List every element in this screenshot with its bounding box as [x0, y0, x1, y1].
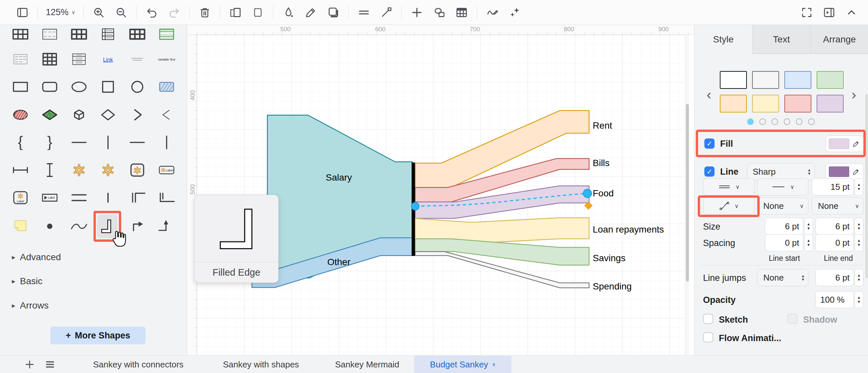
spacing-end-input[interactable]: 0 pt [815, 234, 854, 251]
waypoints-icon[interactable] [379, 5, 394, 20]
shape-ellipse[interactable] [64, 73, 94, 101]
node-label-bills[interactable]: Bills [593, 158, 610, 168]
add-page-icon[interactable] [22, 355, 37, 373]
shape-corner-bottom[interactable] [152, 184, 181, 211]
line-width-stepper[interactable]: ▲▼ [855, 178, 863, 195]
shape-rectangle[interactable] [6, 73, 35, 101]
shape-horizontal-line[interactable] [123, 129, 152, 156]
shape-chevron-left-thin[interactable] [152, 101, 181, 129]
page-tab-budget-sankey[interactable]: Budget Sankey ∨ [414, 355, 512, 373]
line-width-input[interactable]: 15 pt [812, 178, 854, 195]
diagram-canvas[interactable]: 500 600 700 800 900 400 500 [187, 25, 694, 355]
style-preset-gray[interactable] [752, 71, 779, 89]
preset-page-dot-6[interactable] [808, 118, 815, 125]
shape-numbered-table[interactable] [94, 25, 123, 48]
style-presets-prev-icon[interactable]: ‹ [703, 87, 715, 103]
format-panel-toggle-icon[interactable] [822, 5, 836, 20]
style-preset-red[interactable] [784, 95, 811, 112]
shape-variable-text[interactable]: Variable Text [152, 45, 181, 73]
shape-circle[interactable] [123, 73, 152, 101]
shape-curve-line[interactable] [64, 212, 94, 239]
shape-vertical-line[interactable] [94, 129, 123, 156]
tab-text[interactable]: Text [752, 25, 810, 54]
node-label-food[interactable]: Food [593, 188, 614, 199]
shape-diamond[interactable] [94, 101, 123, 129]
collapse-toolbar-icon[interactable] [844, 5, 859, 20]
fill-color-icon[interactable] [281, 5, 296, 20]
sidebar-section-advanced[interactable]: ▸ Advanced [12, 251, 61, 263]
style-preset-blue[interactable] [784, 71, 811, 89]
shape-double-lines[interactable] [64, 184, 94, 211]
shape-rounded-rectangle[interactable] [35, 73, 65, 101]
style-preset-yellow[interactable] [752, 95, 779, 112]
shape-gear[interactable] [94, 156, 123, 184]
page-tab-sankey-with-connectors[interactable]: Sankey with connectors [84, 355, 193, 373]
preset-page-dot-4[interactable] [784, 118, 790, 125]
preset-page-dot-1[interactable] [747, 118, 754, 125]
canvas-vertical-scrollbar[interactable] [685, 35, 689, 355]
shape-horizontal-line[interactable] [64, 129, 94, 156]
waypoint-end-select[interactable]: None ∨ [812, 197, 864, 214]
opacity-stepper[interactable]: ▲▼ [855, 291, 863, 308]
shadow-icon[interactable] [326, 5, 340, 20]
redo-icon[interactable] [167, 5, 181, 20]
style-preset-orange[interactable] [720, 95, 747, 112]
shape-gear[interactable] [64, 156, 94, 184]
shape-table-bold[interactable] [64, 25, 94, 48]
size-end-stepper[interactable]: ▲▼ [855, 218, 863, 235]
size-start-stepper[interactable]: ▲▼ [804, 218, 813, 235]
shape-value-grid[interactable] [6, 45, 35, 73]
style-preset-white[interactable] [720, 71, 747, 89]
node-label-spending[interactable]: Spending [593, 281, 631, 292]
line-checkbox[interactable]: ✓ [704, 166, 715, 177]
shape-gear-box[interactable] [123, 156, 152, 184]
size-start-input[interactable]: 6 pt [765, 218, 803, 235]
shape-isometric-square[interactable] [35, 101, 65, 129]
shape-chevron-right[interactable] [123, 101, 152, 129]
preset-page-dot-5[interactable] [796, 118, 803, 125]
shape-sticky-note[interactable] [6, 212, 35, 239]
preset-page-dot-3[interactable] [772, 118, 778, 125]
shape-cube[interactable] [64, 101, 94, 129]
line-dash-select[interactable]: ∨ [757, 178, 808, 195]
line-pattern-select[interactable]: ∨ [703, 178, 754, 195]
shape-link[interactable]: Link [94, 45, 123, 73]
style-preset-purple[interactable] [817, 95, 844, 112]
line-style-select[interactable]: Sharp ▴▾ [747, 163, 815, 180]
shape-gear-label[interactable]: Label [152, 156, 181, 184]
zoom-level-dropdown[interactable]: 125% ∨ [46, 7, 75, 18]
shape-step-arrow[interactable] [152, 212, 181, 239]
edit-style-icon[interactable] [304, 5, 318, 20]
sidebar-section-arrows[interactable]: ▸ Arrows [12, 300, 49, 311]
line-jumps-select[interactable]: None ▴▾ [757, 269, 808, 286]
tab-arrange[interactable]: Arrange [810, 25, 868, 54]
opacity-input[interactable]: 100 % [815, 291, 854, 308]
line-color-button[interactable] [826, 164, 864, 180]
shape-grid-3x3[interactable] [35, 45, 65, 73]
page-tab-sankey-with-shapes[interactable]: Sankey with shapes [216, 355, 306, 373]
insert-icon[interactable] [410, 5, 424, 20]
spacing-end-stepper[interactable]: ▲▼ [855, 234, 863, 251]
to-back-icon[interactable] [251, 5, 265, 20]
shape-green-table[interactable] [152, 25, 181, 48]
shape-short-vertical-line[interactable] [94, 184, 123, 211]
style-presets-next-icon[interactable]: › [848, 87, 860, 103]
zoom-out-icon[interactable] [114, 5, 128, 20]
delete-icon[interactable] [197, 5, 212, 20]
tab-style[interactable]: Style [694, 25, 752, 54]
scrollbar-thumb[interactable] [686, 104, 689, 281]
ai-sparkle-icon[interactable] [507, 5, 522, 20]
node-label-loan-repayments[interactable]: Loan repayments [593, 224, 664, 235]
fullscreen-icon[interactable] [800, 5, 814, 20]
sidebar-section-basic[interactable]: ▸ Basic [12, 275, 42, 287]
shadow-checkbox[interactable] [787, 314, 798, 324]
shape-hatched-ellipse[interactable] [6, 101, 35, 129]
panel-scrollbar-thumb[interactable] [865, 94, 868, 278]
flow-animation-checkbox[interactable] [703, 332, 713, 342]
shapes-panel-toggle-icon[interactable] [15, 5, 30, 20]
pages-menu-icon[interactable] [43, 355, 57, 373]
line-jumps-size-stepper[interactable]: ▲▼ [855, 269, 863, 286]
node-label-other[interactable]: Other [327, 257, 350, 267]
shape-hatched-rectangle[interactable] [152, 73, 181, 101]
shape-dot[interactable] [35, 212, 65, 239]
